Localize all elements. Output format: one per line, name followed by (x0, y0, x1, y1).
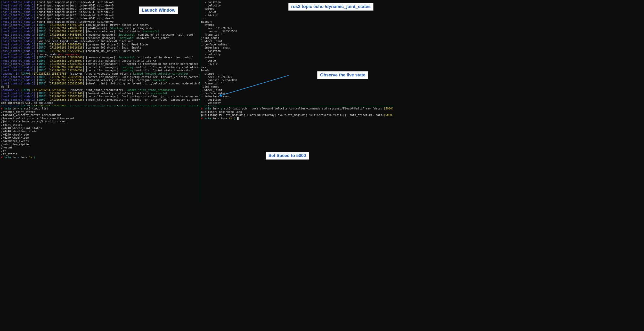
topic-entry: /tf_static (1, 152, 199, 156)
topic-entry: /joint_state_broadcaster/transition_even… (1, 120, 199, 123)
launch-log: [ros2_control_node-1] [INFO] [1719265261… (1, 23, 199, 106)
prompt-pub-cmd[interactable]: ✘ kria in ~ ❯ ros2 topic pub --once /for… (201, 107, 393, 110)
tmux-grid: [ros2_control_node-1] Found tpdo mapped … (0, 0, 394, 202)
prompt-ready[interactable]: ✘ kria in ~ took 4s ❯ (201, 117, 393, 120)
topic-entry: /rosout (1, 146, 199, 149)
pane-echo[interactable]: - position - velocity values: - 265.0 - … (200, 0, 394, 106)
topic-entry: /forward_velocity_controller/transition_… (1, 117, 199, 120)
topic-entry: /joint_states (1, 123, 199, 127)
topic-entry: /robot_description (1, 143, 199, 146)
topic-entry: /dynamic_joint_states (1, 110, 199, 114)
pane-launch[interactable]: [ros2_control_node-1] Found tpdo mapped … (0, 0, 200, 106)
topic-entry: /kd240_wheel/tpdo (1, 136, 199, 139)
pub-output: publisher: beginning loop (201, 110, 393, 114)
topic-entry: /parameter_events (1, 139, 199, 143)
prompt-ready[interactable]: ✘ kria in ~ took 3s ❯ (1, 156, 199, 159)
annotation-echo: ros2 topic echo /dynamic_joint_states (288, 3, 373, 11)
echo-output: - position - velocity values: - 265.0 - … (201, 1, 393, 106)
pub-output: publishing #1: std_msgs.msg.Float64Multi… (201, 113, 393, 117)
prompt-topic-list[interactable]: ✘ kria in ~ ❯ ros2 topic list (1, 107, 199, 110)
annotation-launch: Launch Window (139, 6, 178, 14)
topic-entry: /kd240_wheel/nmt_state (1, 130, 199, 133)
annotation-observe: Observe the live state (317, 71, 368, 79)
pane-topic-list[interactable]: ✘ kria in ~ ❯ ros2 topic list/dynamic_jo… (0, 106, 200, 202)
topic-entry: /forward_velocity_controller/commands (1, 113, 199, 117)
topic-entry: /tf (1, 149, 199, 153)
cursor (237, 117, 239, 120)
pane-pub[interactable]: ✘ kria in ~ ❯ ros2 topic pub --once /for… (200, 106, 394, 202)
annotation-speed: Set Speed to 5000 (266, 152, 309, 160)
topic-entry: /kd240_wheel/rpdo (1, 133, 199, 136)
topic-entry: /kd240_wheel/joint_states (1, 127, 199, 130)
